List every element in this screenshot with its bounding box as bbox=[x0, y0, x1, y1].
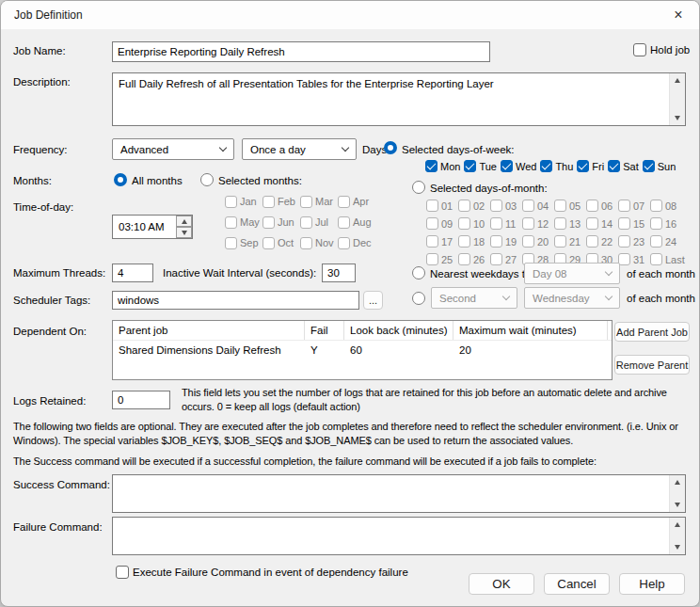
max-threads-label: Maximum Threads: bbox=[13, 267, 105, 279]
day-of-month-checkbox[interactable]: 26 bbox=[458, 250, 490, 268]
remove-parent-button[interactable]: Remove Parent bbox=[614, 355, 690, 375]
failure-command-textarea[interactable] bbox=[112, 517, 686, 555]
scroll-down-button[interactable] bbox=[670, 540, 686, 554]
day-of-month-checkbox[interactable]: 07 bbox=[618, 197, 650, 215]
hold-job-checkbox[interactable]: Hold job bbox=[633, 43, 690, 56]
logs-retained-input[interactable] bbox=[112, 391, 170, 409]
weekday-checkbox[interactable]: Wed bbox=[501, 160, 536, 172]
day-of-month-checkbox[interactable]: 10 bbox=[458, 215, 490, 232]
nearest-day-select[interactable]: Day 08 bbox=[524, 263, 620, 284]
success-command-textarea[interactable] bbox=[112, 474, 686, 513]
cancel-button[interactable]: Cancel bbox=[544, 573, 610, 595]
selected-days-of-week-radio[interactable] bbox=[384, 141, 397, 154]
column-header[interactable]: Fail bbox=[305, 321, 344, 340]
help-button[interactable]: Help bbox=[619, 573, 685, 595]
day-of-month-checkbox[interactable]: 16 bbox=[650, 215, 682, 232]
day-of-month-checkbox[interactable]: 17 bbox=[426, 232, 458, 250]
scheduler-tags-browse-button[interactable]: ... bbox=[363, 291, 383, 310]
scroll-down-button[interactable] bbox=[670, 498, 686, 512]
month-checkbox[interactable]: Jan bbox=[225, 191, 262, 212]
month-checkbox[interactable]: Feb bbox=[262, 191, 300, 212]
month-checkbox[interactable]: Nov bbox=[300, 232, 338, 253]
day-of-month-checkbox[interactable]: 23 bbox=[618, 232, 650, 250]
month-checkbox[interactable]: May bbox=[225, 212, 262, 232]
weekday-checkbox[interactable]: Thu bbox=[540, 160, 573, 172]
failure-command-scrollbar[interactable] bbox=[669, 518, 685, 554]
selected-months-radio[interactable] bbox=[200, 173, 214, 186]
add-parent-job-button[interactable]: Add Parent Job bbox=[614, 322, 690, 342]
titlebar: Job Definition × bbox=[1, 1, 699, 29]
day-of-month-checkbox[interactable]: 06 bbox=[586, 197, 618, 215]
inactive-wait-input[interactable] bbox=[322, 264, 356, 282]
day-of-month-checkbox[interactable]: 13 bbox=[554, 215, 586, 232]
day-of-month-checkbox[interactable]: 31 bbox=[618, 250, 650, 268]
all-months-radio[interactable] bbox=[114, 173, 127, 186]
day-of-month-checkbox[interactable]: 22 bbox=[586, 232, 618, 250]
day-of-month-checkbox[interactable]: 11 bbox=[490, 215, 522, 232]
frequency-interval-select[interactable]: Once a day bbox=[242, 138, 357, 160]
day-of-month-checkbox[interactable]: 09 bbox=[426, 215, 458, 232]
month-checkbox[interactable]: Dec bbox=[338, 232, 375, 253]
ordinal-select[interactable]: Second bbox=[431, 287, 517, 309]
day-of-month-checkbox[interactable]: 04 bbox=[522, 197, 554, 215]
checkbox-icon bbox=[458, 200, 470, 212]
spin-down-button[interactable] bbox=[176, 227, 192, 238]
ok-button[interactable]: OK bbox=[469, 573, 534, 595]
dependency-failure-checkbox[interactable]: Execute Failure Command in event of depe… bbox=[116, 566, 408, 579]
ordinal-weekday-radio[interactable] bbox=[412, 292, 425, 305]
day-of-month-checkbox[interactable]: 18 bbox=[458, 232, 490, 250]
day-of-month-checkbox[interactable]: 02 bbox=[458, 197, 490, 215]
scroll-up-button[interactable] bbox=[670, 475, 686, 489]
day-of-month-checkbox[interactable]: 19 bbox=[490, 232, 522, 250]
command-execution-note: The Success command will be executed if … bbox=[13, 455, 689, 469]
month-checkbox[interactable]: Mar bbox=[300, 191, 338, 212]
column-header[interactable]: Look back (minutes) bbox=[344, 321, 453, 340]
day-of-month-checkbox[interactable]: 14 bbox=[586, 215, 618, 232]
checkbox-icon bbox=[522, 235, 534, 248]
day-of-month-checkbox[interactable]: 25 bbox=[426, 250, 458, 268]
close-icon[interactable]: × bbox=[667, 4, 690, 26]
description-textarea[interactable]: Full Daily Refresh of all Presentation T… bbox=[112, 72, 686, 126]
description-scrollbar[interactable] bbox=[669, 73, 685, 125]
day-of-month-checkbox[interactable]: 24 bbox=[650, 232, 682, 250]
time-of-day-spinner[interactable]: 03:10 AM bbox=[112, 215, 193, 239]
month-checkbox[interactable]: Apr bbox=[338, 191, 375, 212]
success-command-scrollbar[interactable] bbox=[669, 475, 685, 512]
column-header[interactable]: Maximum wait (minutes) bbox=[453, 321, 608, 340]
scroll-up-button[interactable] bbox=[670, 518, 686, 532]
scroll-up-button[interactable] bbox=[670, 73, 686, 88]
spin-up-button[interactable] bbox=[176, 216, 192, 227]
nearest-weekdays-radio[interactable] bbox=[412, 266, 425, 280]
max-threads-input[interactable] bbox=[112, 264, 153, 282]
scheduler-tags-input[interactable] bbox=[112, 291, 359, 310]
frequency-select[interactable]: Advanced bbox=[112, 138, 234, 160]
day-of-month-checkbox[interactable]: 05 bbox=[554, 197, 586, 215]
month-checkbox[interactable]: Jun bbox=[262, 212, 300, 232]
day-of-month-checkbox[interactable]: 21 bbox=[554, 232, 586, 250]
day-of-month-checkbox[interactable]: 12 bbox=[522, 215, 554, 232]
table-row[interactable]: Shared Dimensions Daily Refresh Y 60 20 bbox=[113, 341, 612, 359]
month-checkbox[interactable]: Sep bbox=[225, 232, 262, 253]
day-of-month-checkbox[interactable]: 08 bbox=[650, 197, 682, 215]
day-of-month-checkbox[interactable]: 03 bbox=[490, 197, 522, 215]
weekday-checkbox[interactable]: Mon bbox=[425, 160, 460, 172]
day-of-month-checkbox[interactable]: 20 bbox=[522, 232, 554, 250]
nearest-day-value: Day 08 bbox=[533, 268, 566, 280]
month-checkbox[interactable]: Aug bbox=[338, 212, 375, 232]
month-checkbox[interactable]: Jul bbox=[300, 212, 338, 232]
month-checkbox[interactable]: Oct bbox=[262, 232, 300, 253]
day-of-month-checkbox[interactable]: 15 bbox=[618, 215, 650, 232]
weekday-checkbox[interactable]: Tue bbox=[464, 160, 497, 172]
weekday-checkbox[interactable]: Fri bbox=[577, 160, 604, 172]
scroll-down-button[interactable] bbox=[670, 111, 686, 125]
selected-days-of-month-radio[interactable] bbox=[412, 181, 425, 194]
job-name-input[interactable] bbox=[112, 41, 490, 62]
day-of-month-checkbox[interactable]: 01 bbox=[426, 197, 458, 215]
day-of-month-label: 09 bbox=[441, 218, 453, 230]
weekday-select[interactable]: Wednesday bbox=[524, 287, 620, 309]
day-of-month-checkbox[interactable]: 27 bbox=[490, 250, 522, 268]
column-header[interactable]: Parent job bbox=[113, 321, 305, 340]
weekday-checkbox[interactable]: Sun bbox=[643, 160, 676, 172]
day-of-month-checkbox[interactable]: Last bbox=[650, 250, 682, 268]
weekday-checkbox[interactable]: Sat bbox=[608, 160, 639, 172]
